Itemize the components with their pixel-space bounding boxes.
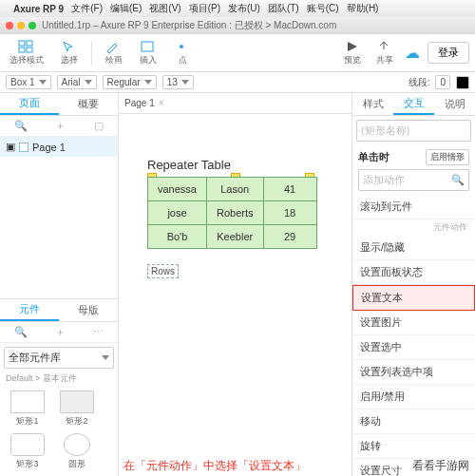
select-mode-button[interactable]: 选择模式 xyxy=(6,40,48,67)
window-titlebar: Untitled.1rp – Axure RP 9 Enterprise Edi… xyxy=(0,17,475,34)
event-header[interactable]: 单击时 启用情形 xyxy=(352,145,475,169)
rows-widget-selection[interactable]: Rows xyxy=(147,264,179,278)
event-name: 单击时 xyxy=(358,150,390,164)
line-label: 线段: xyxy=(408,76,430,89)
page-tree-item[interactable]: ▣ Page 1 xyxy=(0,137,118,157)
close-tab-icon[interactable]: × xyxy=(159,98,164,108)
menu-publish[interactable]: 发布(U) xyxy=(228,2,260,15)
widget-name-select[interactable]: Box 1 xyxy=(6,75,51,89)
action-show-hide[interactable]: 显示/隐藏 xyxy=(352,236,475,260)
menu-file[interactable]: 文件(F) xyxy=(71,2,103,15)
app-name[interactable]: Axure RP 9 xyxy=(13,4,64,14)
action-set-list-selected[interactable]: 设置列表选中项 xyxy=(352,360,475,385)
annotation-caption: 在「元件动作」中选择「设置文本」 xyxy=(124,458,306,474)
play-icon xyxy=(344,40,361,53)
share-icon xyxy=(376,40,393,53)
action-list[interactable]: 滚动到元件 元件动作 显示/隐藏 设置面板状态 设置文本 设置图片 设置选中 设… xyxy=(352,195,475,476)
draw-button[interactable]: 绘画 xyxy=(102,40,126,67)
collapse-icon[interactable]: ▣ xyxy=(6,141,15,153)
search-icon[interactable]: 🔍 xyxy=(14,326,28,338)
add-folder-icon[interactable]: ▢ xyxy=(94,120,104,132)
share-button[interactable]: 共享 xyxy=(372,40,397,67)
chevron-down-icon xyxy=(85,80,92,85)
table-row: vanessaLason41 xyxy=(148,178,317,201)
library-group-label: Default > 基本元件 xyxy=(0,372,118,385)
page-icon xyxy=(19,143,28,152)
svg-rect-1 xyxy=(27,41,32,46)
library-select[interactable]: 全部元件库 xyxy=(4,347,114,369)
action-move[interactable]: 移动 xyxy=(352,409,475,434)
shape-rect1[interactable]: 矩形1 xyxy=(6,390,49,428)
select-button[interactable]: 选择 xyxy=(57,40,82,67)
font-weight-select[interactable]: Regular xyxy=(103,75,157,89)
svg-rect-2 xyxy=(19,48,25,52)
insert-button[interactable]: 插入 xyxy=(136,40,161,67)
select-mode-icon xyxy=(18,40,35,53)
tab-widgets[interactable]: 元件 xyxy=(0,299,59,321)
enable-case-button[interactable]: 启用情形 xyxy=(426,149,469,165)
line-color-swatch[interactable] xyxy=(456,76,469,89)
svg-rect-4 xyxy=(142,42,153,51)
point-button[interactable]: 点 xyxy=(170,40,195,67)
main-area: 页面 概要 🔍 ＋ ▢ ▣ Page 1 元件 母版 🔍 ＋ ⋯ 全部元件库 xyxy=(0,93,475,476)
menu-project[interactable]: 项目(P) xyxy=(189,2,220,15)
font-size-select[interactable]: 13 xyxy=(162,75,194,89)
menu-help[interactable]: 帮助(H) xyxy=(347,2,379,15)
action-scroll-to[interactable]: 滚动到元件 xyxy=(352,195,475,219)
tab-style[interactable]: 样式 xyxy=(352,93,393,115)
action-enable-disable[interactable]: 启用/禁用 xyxy=(352,385,475,409)
repeater-table[interactable]: vanessaLason41 joseRoberts18 Bo'bKeebler… xyxy=(147,177,317,249)
action-set-selected[interactable]: 设置选中 xyxy=(352,335,475,360)
shape-rect3[interactable]: 矩形3 xyxy=(6,433,49,470)
canvas[interactable]: Repeater Table vanessaLason41 joseRobert… xyxy=(119,114,352,476)
chevron-down-icon xyxy=(39,80,47,85)
add-page-icon[interactable]: ＋ xyxy=(55,119,66,133)
svg-rect-0 xyxy=(19,41,25,46)
widget-name-input[interactable]: (矩形名称) xyxy=(356,120,471,142)
watermark-brand: 看看手游网 xyxy=(412,458,469,474)
toolbar-divider xyxy=(91,41,92,66)
page-name: Page 1 xyxy=(32,142,66,153)
line-width-input[interactable]: 0 xyxy=(435,75,450,89)
canvas-page-tab[interactable]: Page 1 × xyxy=(119,93,352,114)
action-set-panel-state[interactable]: 设置面板状态 xyxy=(352,260,475,285)
shape-rect2[interactable]: 矩形2 xyxy=(55,390,99,428)
action-set-image[interactable]: 设置图片 xyxy=(352,311,475,335)
action-group-label: 元件动作 xyxy=(352,219,475,236)
menu-account[interactable]: 账号(C) xyxy=(307,2,339,15)
menu-edit[interactable]: 编辑(E) xyxy=(110,2,142,15)
cloud-icon[interactable]: ☁ xyxy=(405,44,420,62)
add-lib-icon[interactable]: ＋ xyxy=(55,325,66,339)
chevron-down-icon xyxy=(144,80,152,85)
preview-button[interactable]: 预览 xyxy=(340,40,365,67)
table-row: Bo'bKeebler29 xyxy=(148,225,317,249)
zoom-icon[interactable] xyxy=(28,22,36,29)
search-icon: 🔍 xyxy=(451,174,465,186)
insert-icon xyxy=(140,40,157,53)
add-action-input[interactable]: 添加动作 🔍 xyxy=(358,169,469,191)
window-controls xyxy=(6,22,36,29)
close-icon[interactable] xyxy=(6,22,13,29)
action-set-text[interactable]: 设置文本 xyxy=(352,285,475,311)
menu-team[interactable]: 团队(T) xyxy=(268,2,299,15)
repeater-title: Repeater Table xyxy=(147,158,231,172)
tab-interactions[interactable]: 交互 xyxy=(393,93,434,115)
format-bar: Box 1 Arial Regular 13 线段: 0 xyxy=(0,72,475,93)
tab-notes[interactable]: 说明 xyxy=(434,93,475,115)
main-toolbar: 选择模式 选择 绘画 插入 点 预览 共享 ☁ 登录 xyxy=(0,34,475,72)
font-family-select[interactable]: Arial xyxy=(57,75,97,89)
login-button[interactable]: 登录 xyxy=(428,42,469,64)
pages-toolrow: 🔍 ＋ ▢ xyxy=(0,116,118,137)
lib-menu-icon[interactable]: ⋯ xyxy=(93,326,104,338)
search-icon[interactable]: 🔍 xyxy=(14,120,28,132)
tab-masters[interactable]: 母版 xyxy=(59,299,118,321)
left-top-tabs: 页面 概要 xyxy=(0,93,118,116)
left-panel: 页面 概要 🔍 ＋ ▢ ▣ Page 1 元件 母版 🔍 ＋ ⋯ 全部元件库 xyxy=(0,93,119,476)
tab-pages[interactable]: 页面 xyxy=(0,93,59,115)
chevron-down-icon xyxy=(181,80,189,85)
tab-outline[interactable]: 概要 xyxy=(59,93,118,115)
menu-view[interactable]: 视图(V) xyxy=(149,2,180,15)
action-rotate[interactable]: 旋转 xyxy=(352,434,475,459)
shape-circle[interactable]: 圆形 xyxy=(55,433,99,470)
minimize-icon[interactable] xyxy=(17,22,25,29)
